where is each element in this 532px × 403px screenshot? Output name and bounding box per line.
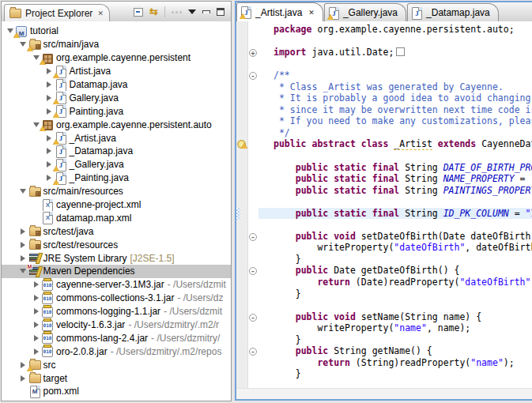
gutter-cell	[236, 47, 248, 58]
fold-collapse-icon[interactable]: -	[249, 72, 257, 80]
maven-project-icon: M	[15, 25, 28, 37]
tree-item[interactable]: src/main/resources	[2, 185, 231, 198]
tree-expand-arrow-icon[interactable]	[18, 375, 28, 382]
gutter-cell	[236, 254, 248, 266]
project-tree[interactable]: Mtutorialsrc/main/javaorg.example.cayenn…	[2, 21, 231, 401]
view-close-icon[interactable]: ✕	[97, 9, 104, 17]
tree-expand-arrow-icon[interactable]	[44, 81, 55, 88]
code-text: package org.example.cayenne.persistent.a…	[258, 24, 532, 36]
tree-item[interactable]: JPainting.java	[2, 104, 231, 118]
code-line: return (String)readProperty("name");	[236, 357, 532, 369]
gutter-cell	[236, 196, 248, 208]
tree-item-label: datamap.map.xml	[56, 213, 131, 224]
code-line: }	[236, 368, 532, 380]
java-file-icon: J	[55, 66, 68, 77]
tree-expand-arrow-icon[interactable]	[31, 281, 41, 288]
tree-item[interactable]: JGallery.java	[2, 91, 231, 104]
jar-icon: 010	[41, 306, 55, 318]
code-line	[236, 36, 532, 47]
code-line: - public void setDateOfBirth(Date dateOf…	[236, 231, 532, 243]
project-explorer-icon	[9, 7, 22, 19]
tree-expand-arrow-icon[interactable]	[31, 295, 41, 301]
tree-item-label: Datamap.java	[70, 79, 128, 90]
fold-collapse-icon[interactable]: -	[249, 267, 257, 275]
tree-item[interactable]: 010commons-collections-3.1.jar- /Users/d…	[2, 292, 231, 305]
tree-item[interactable]: src/test/java	[2, 224, 231, 238]
tree-item[interactable]: 010commons-logging-1.1.jar- /Users/dzmit	[2, 305, 231, 318]
tree-item[interactable]: J_Datamap.java	[2, 145, 231, 158]
tree-item[interactable]: Xcayenne-project.xml	[2, 198, 231, 212]
gutter-cell	[236, 242, 248, 254]
fold-cell	[248, 254, 258, 266]
tree-item[interactable]: JRE System Library[J2SE-1.5]	[2, 251, 231, 265]
tree-item[interactable]: J_Artist.java	[2, 131, 231, 145]
tree-expand-arrow-icon[interactable]	[31, 308, 41, 314]
tree-expand-arrow-icon[interactable]	[31, 322, 41, 328]
tree-expand-arrow-icon[interactable]	[31, 348, 41, 355]
fold-collapse-icon[interactable]: -	[249, 348, 257, 356]
tree-item-label: Maven Dependencies	[43, 266, 135, 277]
folder-icon	[28, 372, 42, 384]
gutter-cell	[236, 219, 248, 231]
folded-region-box-icon[interactable]	[396, 47, 405, 56]
fold-collapse-icon[interactable]: -	[249, 233, 257, 241]
code-text: public String getName() {	[258, 345, 532, 357]
tree-item-label: src	[43, 360, 56, 371]
tree-item[interactable]: 010cayenne-server-3.1M3.jar- /Users/dzmi…	[2, 278, 231, 292]
tree-collapse-arrow-icon[interactable]	[18, 269, 28, 273]
fold-cell	[248, 173, 258, 185]
tree-item[interactable]: JDatamap.java	[2, 78, 231, 92]
code-text: public static final String DATE_OF_BIRTH…	[258, 162, 532, 174]
code-text: }	[258, 254, 532, 266]
quickfix-lightbulb-warning-icon	[236, 138, 248, 150]
project-explorer-tab[interactable]: Project Explorer ✕	[4, 4, 110, 21]
fold-collapse-icon[interactable]: -	[249, 314, 257, 322]
tree-item[interactable]: JArtist.java	[2, 65, 231, 78]
java-file-icon: J	[241, 6, 252, 18]
editor-tab-_artist-java[interactable]: J_Artist.java✕	[236, 2, 323, 21]
tree-expand-arrow-icon[interactable]	[18, 242, 28, 248]
fold-cell	[248, 81, 258, 93]
tree-expand-arrow-icon[interactable]	[44, 148, 55, 154]
tree-expand-arrow-icon[interactable]	[31, 335, 41, 341]
editor-tab-_gallery-java[interactable]: J_Gallery.java	[324, 3, 406, 21]
fold-cell	[248, 162, 258, 174]
tree-item[interactable]: src/main/java	[2, 38, 231, 51]
tree-item[interactable]: MMaven Dependencies	[2, 265, 231, 278]
code-text: writeProperty("dateOfBirth", dateOfBirth…	[258, 242, 532, 254]
fold-cell	[248, 299, 258, 311]
tree-item[interactable]: Mpom.xml	[2, 385, 231, 398]
fold-expand-icon[interactable]: +	[249, 49, 257, 57]
tree-item[interactable]: J_Painting.java	[2, 171, 231, 185]
tree-item[interactable]: org.example.cayenne.persistent.auto	[2, 118, 231, 131]
tree-item[interactable]: Xdatamap.map.xml	[2, 211, 231, 224]
tree-item[interactable]: 010commons-lang-2.4.jar- /Users/dzmitry/	[2, 331, 231, 345]
view-menu-icon[interactable]	[188, 9, 196, 14]
tree-item[interactable]: 010velocity-1.6.3.jar- /Users/dzmitry/.m…	[2, 318, 231, 332]
tree-item[interactable]: org.example.cayenne.persistent	[2, 51, 231, 65]
collapse-all-icon[interactable]	[134, 8, 143, 17]
tab-close-icon[interactable]: ✕	[308, 9, 315, 17]
code-area[interactable]: package org.example.cayenne.persistent.a…	[236, 21, 532, 389]
editor-tab-_datamap-java[interactable]: J_Datamap.java	[407, 3, 499, 21]
tree-item[interactable]: 010oro-2.0.8.jar- /Users/dzmitry/.m2/rep…	[2, 345, 231, 358]
tree-expand-arrow-icon[interactable]	[18, 255, 28, 262]
code-line: package org.example.cayenne.persistent.a…	[236, 24, 532, 36]
gutter-cell	[236, 81, 248, 93]
tree-item[interactable]: Mtutorial	[2, 24, 231, 38]
tree-collapse-arrow-icon[interactable]	[18, 189, 28, 194]
maximize-icon[interactable]	[217, 8, 224, 16]
tree-item[interactable]: J_Gallery.java	[2, 158, 231, 171]
minimize-icon[interactable]	[202, 10, 210, 13]
tree-item[interactable]: src	[2, 358, 231, 371]
link-with-editor-icon[interactable]: ⇆	[149, 8, 158, 16]
horizontal-scrollbar[interactable]	[236, 388, 532, 399]
code-line: * Class _Artist was generated by Cayenne…	[236, 81, 532, 93]
tree-expand-arrow-icon[interactable]	[18, 228, 28, 235]
code-line: * It is probably a good idea to avoid ch…	[236, 92, 532, 104]
tree-item[interactable]: target	[2, 371, 231, 385]
code-text: writeProperty("name", name);	[258, 322, 532, 334]
tree-item[interactable]: src/test/resources	[2, 238, 231, 251]
fold-cell	[248, 138, 258, 150]
gutter-cell	[236, 104, 248, 116]
